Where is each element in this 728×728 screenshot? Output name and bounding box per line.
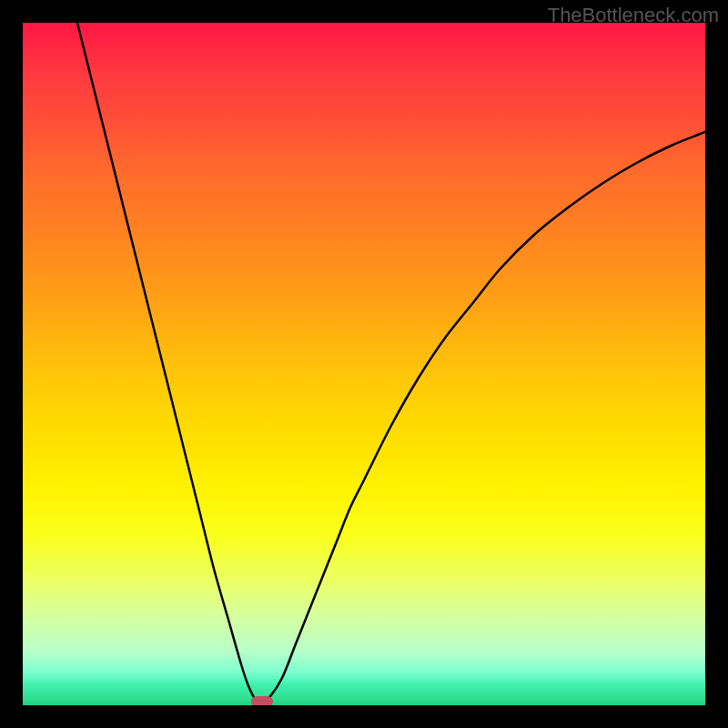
optimal-point-marker [251,696,273,705]
chart-area [23,23,705,705]
watermark-text: TheBottleneck.com [548,4,719,27]
bottleneck-curve [23,23,705,705]
